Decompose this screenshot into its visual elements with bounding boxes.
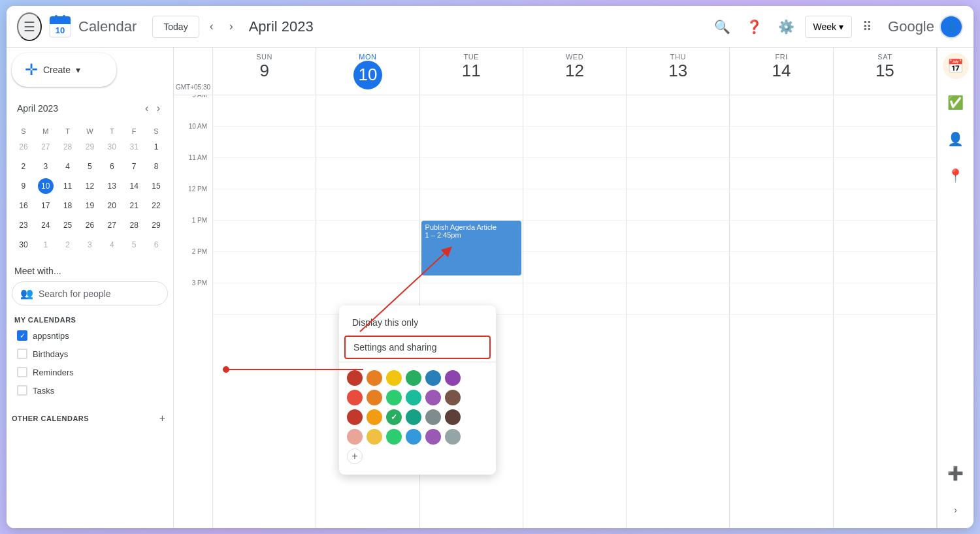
hour-cell[interactable] <box>213 221 316 252</box>
hour-cell[interactable] <box>213 127 316 158</box>
calendar-checkbox-appsntips[interactable] <box>17 330 27 341</box>
search-button[interactable]: 🔍 <box>709 14 736 40</box>
mini-cal-day[interactable]: 9 <box>13 177 34 195</box>
mini-cal-day[interactable]: 3 <box>35 157 56 176</box>
mini-cal-day[interactable]: 6 <box>101 157 122 176</box>
hour-cell[interactable] <box>213 283 316 315</box>
hour-cell[interactable] <box>213 95 316 127</box>
hour-cell[interactable] <box>730 252 832 283</box>
mini-cal-day[interactable]: 1 <box>35 236 56 254</box>
mini-cal-day[interactable]: 28 <box>57 138 78 156</box>
mini-cal-day[interactable]: 24 <box>35 216 56 234</box>
create-button[interactable]: ✛ Create ▾ <box>12 53 116 87</box>
mini-cal-day[interactable]: 19 <box>80 196 101 215</box>
color-flamingo-4[interactable] <box>347 429 363 445</box>
hour-cell[interactable] <box>523 158 626 189</box>
menu-button[interactable]: ☰ <box>17 12 42 41</box>
hour-cell[interactable] <box>834 127 936 158</box>
today-button[interactable]: Today <box>152 16 199 38</box>
color-tangerine[interactable] <box>386 370 402 386</box>
hour-cell[interactable] <box>316 189 419 221</box>
color-sage-3-selected[interactable] <box>386 409 402 425</box>
color-flamingo[interactable] <box>367 370 382 386</box>
hour-cell[interactable] <box>627 252 729 283</box>
mini-cal-day[interactable]: 30 <box>13 236 34 254</box>
day-header-sat[interactable]: SAT 15 <box>834 48 937 95</box>
hour-cell[interactable] <box>420 189 523 221</box>
day-header-tue[interactable]: TUE 11 <box>420 48 523 95</box>
day-header-sun[interactable]: SUN 9 <box>213 48 316 95</box>
mini-cal-day[interactable]: 16 <box>13 196 34 215</box>
calendar-checkbox-tasks[interactable] <box>17 385 27 396</box>
mini-cal-day[interactable]: 31 <box>123 138 144 156</box>
mini-cal-day[interactable]: 22 <box>146 196 167 215</box>
day-header-thu[interactable]: THU 13 <box>627 48 730 95</box>
hour-cell[interactable] <box>834 95 936 127</box>
right-icon-expand[interactable]: › <box>943 497 969 523</box>
hour-cell[interactable] <box>730 158 832 189</box>
color-tangerine-3[interactable] <box>367 409 382 425</box>
next-button[interactable]: › <box>224 14 238 39</box>
hour-cell[interactable] <box>627 221 729 252</box>
view-selector[interactable]: Week ▾ <box>805 16 853 38</box>
hour-cell[interactable] <box>523 127 626 158</box>
color-sage[interactable] <box>406 370 421 386</box>
hour-cell[interactable] <box>420 127 523 158</box>
right-icon-calendar[interactable]: 📅 <box>943 53 969 79</box>
settings-button[interactable]: ⚙️ <box>773 14 800 40</box>
mini-cal-day[interactable]: 30 <box>101 138 122 156</box>
mini-cal-day[interactable]: 2 <box>57 236 78 254</box>
day-header-fri[interactable]: FRI 14 <box>730 48 833 95</box>
hour-cell[interactable] <box>627 158 729 189</box>
prev-button[interactable]: ‹ <box>204 14 219 39</box>
add-custom-color-button[interactable]: + <box>347 448 363 464</box>
day-column[interactable] <box>523 95 627 528</box>
mini-cal-day[interactable]: 21 <box>123 196 144 215</box>
day-column[interactable] <box>627 95 730 528</box>
hour-cell[interactable] <box>834 283 936 315</box>
color-sage-4[interactable] <box>386 429 402 445</box>
right-icon-maps[interactable]: 📍 <box>943 163 969 189</box>
mini-cal-day[interactable]: 14 <box>123 177 144 195</box>
mini-cal-day[interactable]: 26 <box>80 216 101 234</box>
color-lavender[interactable] <box>425 390 441 405</box>
hour-cell[interactable] <box>316 158 419 189</box>
mini-cal-day[interactable]: 5 <box>123 236 144 254</box>
hour-cell[interactable] <box>627 283 729 315</box>
mini-cal-day[interactable]: 29 <box>146 216 167 234</box>
color-tomato[interactable] <box>347 370 363 386</box>
add-other-calendar-button[interactable]: + <box>157 410 168 427</box>
mini-cal-day[interactable]: 28 <box>123 216 144 234</box>
hour-cell[interactable] <box>523 221 626 252</box>
user-avatar[interactable]: 👤 <box>939 15 963 39</box>
hour-cell[interactable] <box>213 189 316 221</box>
hour-cell[interactable] <box>730 95 832 127</box>
mini-cal-day[interactable]: 13 <box>101 177 122 195</box>
mini-cal-day[interactable]: 2 <box>13 157 34 176</box>
color-banana[interactable] <box>367 390 382 405</box>
color-lavender-4[interactable] <box>425 429 441 445</box>
hour-cell[interactable] <box>523 95 626 127</box>
display-only-menu-item[interactable]: Display this only <box>339 311 496 334</box>
hour-cell[interactable] <box>523 252 626 283</box>
hour-cell[interactable] <box>730 221 832 252</box>
mini-cal-day[interactable]: 20 <box>101 196 122 215</box>
hour-cell[interactable] <box>316 95 419 127</box>
mini-cal-day[interactable]: 1 <box>146 138 167 156</box>
calendar-item-appsntips[interactable]: appsntips <box>12 326 168 345</box>
color-basil-3[interactable] <box>406 409 421 425</box>
mini-cal-day[interactable]: 12 <box>80 177 101 195</box>
mini-cal-day[interactable]: 4 <box>101 236 122 254</box>
right-icon-contacts[interactable]: 👤 <box>943 126 969 152</box>
hour-cell[interactable] <box>627 127 729 158</box>
hour-cell[interactable] <box>834 158 936 189</box>
hour-cell[interactable] <box>523 283 626 315</box>
hour-cell[interactable] <box>627 189 729 221</box>
calendar-item-birthdays[interactable]: Birthdays <box>12 345 168 363</box>
day-column[interactable] <box>834 95 937 528</box>
hour-cell[interactable] <box>523 189 626 221</box>
hour-cell[interactable] <box>316 252 419 283</box>
right-icon-add[interactable]: ➕ <box>943 460 969 486</box>
mini-cal-day[interactable]: 7 <box>123 157 144 176</box>
mini-cal-day[interactable]: 25 <box>57 216 78 234</box>
